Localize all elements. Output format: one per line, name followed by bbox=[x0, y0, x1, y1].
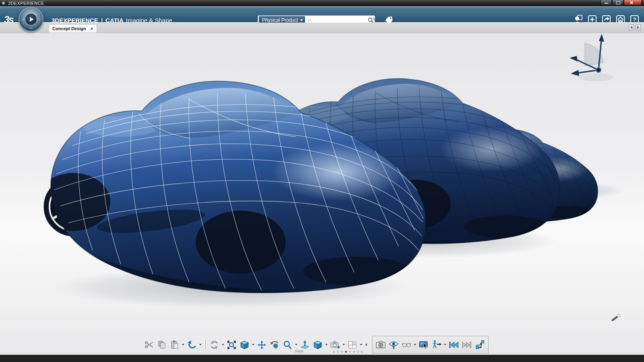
tab-close-icon[interactable]: × bbox=[91, 27, 93, 31]
capture-options-caret[interactable] bbox=[342, 337, 346, 352]
pager-dot[interactable] bbox=[349, 351, 351, 353]
view-cube-caret[interactable] bbox=[252, 337, 255, 352]
update-options-caret[interactable] bbox=[221, 337, 225, 352]
application-window: 3DEXPERIENCE 3s 3DEXPERIENCE | CATIA Ima… bbox=[0, 0, 644, 355]
screen-pointer-button[interactable] bbox=[418, 337, 430, 352]
update-button[interactable] bbox=[208, 337, 221, 352]
next-view-button[interactable] bbox=[461, 337, 473, 352]
refresh-icon bbox=[209, 340, 219, 350]
iso-cube-icon bbox=[313, 340, 323, 350]
undo-history-caret[interactable] bbox=[199, 337, 202, 352]
zoom-icon bbox=[283, 340, 293, 350]
screen-pointer-icon bbox=[419, 339, 429, 350]
pager-dot[interactable] bbox=[337, 351, 339, 353]
view-cube-button[interactable] bbox=[239, 337, 251, 352]
tab-scroll-right-button[interactable] bbox=[636, 25, 641, 30]
view-modes-caret[interactable] bbox=[413, 337, 417, 352]
camera-snapshot-button[interactable] bbox=[375, 337, 387, 352]
capture-button[interactable] bbox=[329, 337, 341, 352]
triad-shadow bbox=[578, 73, 613, 81]
copy-button[interactable] bbox=[156, 337, 168, 352]
pager-dot[interactable] bbox=[353, 351, 355, 353]
view-modes-button[interactable] bbox=[400, 337, 413, 352]
rotate-button[interactable] bbox=[269, 337, 281, 352]
3dexperience-compass[interactable]: + 3D |² V.R bbox=[19, 7, 43, 32]
tab-label: Concept Design bbox=[52, 26, 86, 31]
section-pager bbox=[333, 351, 363, 353]
cube-icon bbox=[239, 340, 250, 350]
swap-space-icon bbox=[475, 339, 485, 350]
fit-all-in-icon bbox=[227, 340, 237, 350]
paste-button[interactable] bbox=[169, 337, 181, 352]
capture-icon bbox=[330, 339, 341, 350]
restore-button[interactable] bbox=[612, 0, 623, 5]
app-icon bbox=[2, 1, 6, 5]
pager-dot[interactable] bbox=[345, 351, 347, 353]
swap-visible-space-button[interactable] bbox=[474, 337, 486, 352]
normal-view-icon bbox=[300, 340, 310, 350]
multi-view-icon bbox=[347, 340, 357, 350]
collapse-group-button[interactable] bbox=[364, 337, 369, 352]
minimize-button[interactable] bbox=[601, 0, 612, 5]
compass-play-button[interactable] bbox=[25, 13, 37, 25]
tab-bar: Concept Design × bbox=[0, 23, 644, 33]
pager-dot[interactable] bbox=[361, 351, 363, 353]
scissors-icon bbox=[144, 340, 154, 350]
chevron-left-icon bbox=[365, 343, 367, 346]
os-titlebar[interactable]: 3DEXPERIENCE bbox=[0, 0, 644, 6]
rotate-icon bbox=[270, 340, 280, 350]
window-title: 3DEXPERIENCE bbox=[8, 1, 44, 6]
action-bar-section-label: View bbox=[291, 349, 308, 354]
3d-viewport[interactable] bbox=[0, 33, 644, 355]
multi-view-button[interactable] bbox=[347, 337, 359, 352]
rewind-icon bbox=[448, 339, 459, 350]
walking-person-icon bbox=[431, 339, 442, 350]
appbar: 3s 3DEXPERIENCE | CATIA Imagine & Shape … bbox=[0, 6, 644, 22]
tab-concept-design[interactable]: Concept Design × bbox=[48, 24, 97, 33]
close-button[interactable] bbox=[624, 0, 642, 5]
copy-icon bbox=[157, 340, 167, 350]
camera-icon bbox=[376, 339, 386, 350]
multi-view-caret[interactable] bbox=[359, 337, 363, 352]
pan-icon bbox=[257, 340, 267, 350]
svg-text:?: ? bbox=[633, 16, 636, 23]
undo-icon bbox=[187, 340, 197, 350]
eye-filter-icon bbox=[388, 339, 399, 350]
fast-forward-icon bbox=[461, 339, 472, 350]
tab-scroll-left-button[interactable] bbox=[629, 25, 634, 30]
paste-options-caret[interactable] bbox=[182, 337, 185, 352]
glasses-icon bbox=[401, 339, 412, 350]
play-icon bbox=[30, 17, 34, 22]
toolbar-separator bbox=[205, 340, 206, 350]
walk-through-button[interactable] bbox=[431, 337, 443, 352]
pager-dot[interactable] bbox=[341, 351, 343, 353]
pan-button[interactable] bbox=[256, 337, 268, 352]
previous-view-button[interactable] bbox=[448, 337, 460, 352]
iso-view-button[interactable] bbox=[312, 337, 324, 352]
hide-show-button[interactable] bbox=[388, 337, 400, 352]
view-tools-group bbox=[372, 336, 489, 354]
walk-through-caret[interactable] bbox=[444, 337, 447, 352]
iso-view-caret[interactable] bbox=[325, 337, 328, 352]
cut-button[interactable] bbox=[143, 337, 155, 352]
fit-all-in-button[interactable] bbox=[226, 337, 238, 352]
pager-dot[interactable] bbox=[357, 351, 359, 353]
pager-dot[interactable] bbox=[333, 351, 335, 353]
paste-icon bbox=[170, 340, 180, 350]
undo-button[interactable] bbox=[186, 337, 198, 352]
